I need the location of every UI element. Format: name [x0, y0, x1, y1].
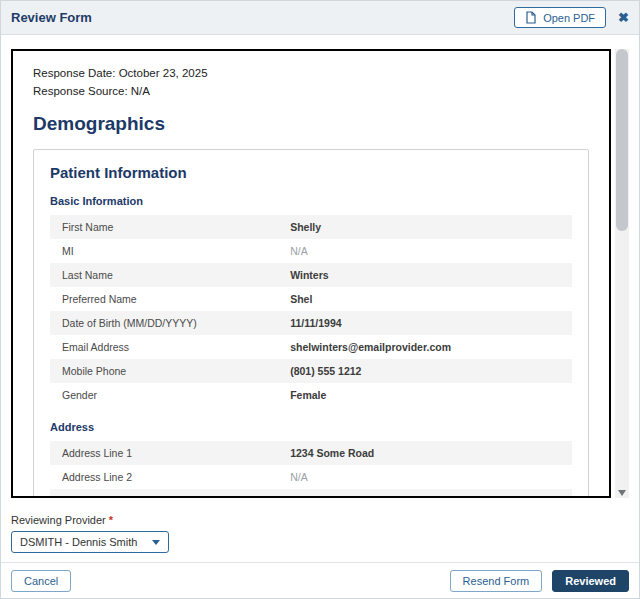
modal-header: Review Form Open PDF ✖ — [1, 1, 639, 35]
card-title: Patient Information — [50, 164, 572, 181]
resend-form-button[interactable]: Resend Form — [450, 570, 543, 592]
chevron-down-icon — [152, 540, 160, 545]
field-value: Shelly — [290, 221, 321, 233]
field-label: Gender — [50, 389, 290, 401]
document-preview-area: Response Date: October 23, 2025 Response… — [11, 49, 629, 498]
field-value: N/A — [290, 245, 308, 257]
field-value: Shel — [290, 293, 312, 305]
field-value: 11/11/1994 — [290, 317, 341, 329]
table-row-city: City Any Town — [50, 489, 572, 498]
field-value: 1234 Some Road — [290, 447, 374, 459]
field-label: MI — [50, 245, 290, 257]
field-label: Last Name — [50, 269, 290, 281]
review-form-modal: Review Form Open PDF ✖ Response Date: Oc… — [0, 0, 640, 599]
document-frame: Response Date: October 23, 2025 Response… — [11, 49, 611, 498]
section-title-address: Address — [50, 421, 572, 433]
reviewing-provider-select[interactable]: DSMITH - Dennis Smith — [11, 531, 169, 553]
reviewing-provider-section: Reviewing Provider * DSMITH - Dennis Smi… — [11, 514, 629, 553]
field-value: Female — [290, 389, 326, 401]
table-row-last-name: Last Name Winters — [50, 263, 572, 287]
field-value: shelwinters@emailprovider.com — [290, 341, 451, 353]
table-row-mobile-phone: Mobile Phone (801) 555 1212 — [50, 359, 572, 383]
field-label: Address Line 2 — [50, 471, 290, 483]
field-value: (801) 555 1212 — [290, 365, 361, 377]
modal-title: Review Form — [11, 10, 92, 25]
open-pdf-button[interactable]: Open PDF — [514, 7, 606, 28]
table-row-first-name: First Name Shelly — [50, 215, 572, 239]
response-date-line: Response Date: October 23, 2025 — [33, 65, 589, 83]
field-label: City — [50, 495, 290, 498]
field-label: Mobile Phone — [50, 365, 290, 377]
required-asterisk: * — [109, 514, 113, 526]
close-icon[interactable]: ✖ — [618, 11, 629, 24]
demographics-heading: Demographics — [33, 113, 589, 135]
section-title-basic-information: Basic Information — [50, 195, 572, 207]
cancel-button[interactable]: Cancel — [11, 570, 71, 592]
reviewing-provider-label: Reviewing Provider * — [11, 514, 629, 526]
field-label: Date of Birth (MM/DD/YYYY) — [50, 317, 290, 329]
header-actions: Open PDF ✖ — [514, 7, 629, 28]
table-row-address-line-2: Address Line 2 N/A — [50, 465, 572, 489]
pdf-file-icon — [525, 11, 537, 24]
response-source-line: Response Source: N/A — [33, 83, 589, 101]
table-row-gender: Gender Female — [50, 383, 572, 407]
reviewing-provider-label-text: Reviewing Provider — [11, 514, 106, 526]
reviewed-button[interactable]: Reviewed — [552, 570, 629, 592]
field-label: Preferred Name — [50, 293, 290, 305]
field-label: Address Line 1 — [50, 447, 290, 459]
reviewing-provider-selected-value: DSMITH - Dennis Smith — [20, 536, 137, 548]
table-row-address-line-1: Address Line 1 1234 Some Road — [50, 441, 572, 465]
open-pdf-label: Open PDF — [543, 12, 595, 24]
vertical-scrollbar[interactable] — [615, 49, 629, 498]
field-value: N/A — [290, 471, 308, 483]
table-row-email-address: Email Address shelwinters@emailprovider.… — [50, 335, 572, 359]
field-value: Any Town — [290, 495, 339, 498]
field-label: Email Address — [50, 341, 290, 353]
scrollbar-down-arrow-icon[interactable] — [618, 490, 626, 496]
modal-footer: Cancel Resend Form Reviewed — [1, 562, 639, 598]
patient-information-card: Patient Information Basic Information Fi… — [33, 149, 589, 498]
field-value: Winters — [290, 269, 328, 281]
table-row-mi: MI N/A — [50, 239, 572, 263]
table-row-preferred-name: Preferred Name Shel — [50, 287, 572, 311]
scrollbar-thumb[interactable] — [616, 49, 628, 231]
table-row-date-of-birth: Date of Birth (MM/DD/YYYY) 11/11/1994 — [50, 311, 572, 335]
field-label: First Name — [50, 221, 290, 233]
